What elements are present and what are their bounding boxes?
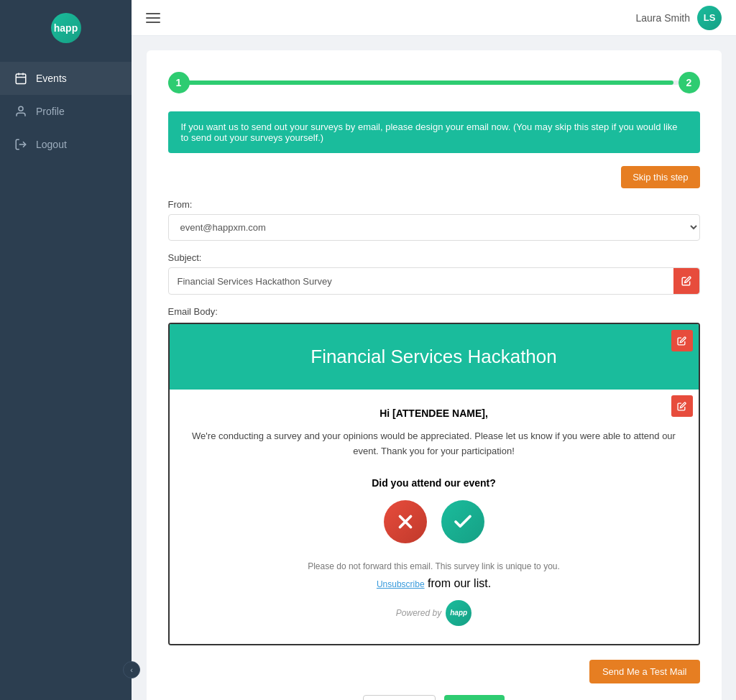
info-banner: If you want us to send out your surveys … (168, 111, 700, 153)
bottom-actions: Send Me a Test Mail (168, 660, 700, 683)
test-mail-button[interactable]: Send Me a Test Mail (589, 660, 700, 683)
subject-label: Subject: (168, 252, 700, 263)
unsubscribe-line: Unsubscribe from our list. (191, 577, 677, 590)
pencil-icon (681, 276, 691, 286)
email-header-edit-button[interactable] (671, 330, 693, 351)
sidebar-item-logout-label: Logout (36, 139, 67, 150)
sidebar-item-profile-label: Profile (36, 106, 65, 117)
user-icon (14, 105, 27, 118)
sidebar-item-events-label: Events (36, 73, 67, 84)
email-powered-by: Powered by happ (191, 600, 677, 626)
svg-rect-0 (16, 74, 26, 84)
sidebar-collapse-button[interactable]: ‹ (123, 661, 140, 678)
email-header-section: Financial Services Hackathon (170, 324, 699, 390)
main-content: Laura Smith LS 1 2 (132, 0, 736, 700)
powered-by-text: Powered by (396, 608, 441, 618)
sidebar-logo: happ (0, 0, 132, 56)
sidebar: happ Events Profile Logout ‹ (0, 0, 132, 700)
skip-row: Skip this step (168, 166, 700, 188)
x-icon (395, 511, 416, 533)
calendar-icon (14, 72, 27, 85)
step-1-circle: 1 (168, 72, 190, 93)
sidebar-item-profile[interactable]: Profile (0, 95, 132, 128)
step-2-circle: 2 (678, 72, 700, 93)
subject-input-container (168, 267, 700, 295)
topbar: Laura Smith LS (132, 0, 736, 36)
nav-buttons: Previous Save (168, 695, 700, 700)
sidebar-item-logout[interactable]: Logout (0, 128, 132, 161)
avatar: LS (697, 6, 722, 30)
from-label: From: (168, 199, 700, 210)
logout-icon (14, 138, 27, 151)
user-menu[interactable]: Laura Smith LS (636, 6, 722, 30)
email-body-text: We're conducting a survey and your opini… (191, 429, 677, 459)
email-footer-text: Please do not forward this email. This s… (191, 561, 677, 571)
from-select[interactable]: event@happxm.com (168, 214, 700, 241)
page-content: 1 2 If you want us to send out your surv… (132, 36, 736, 700)
attend-no-button[interactable] (384, 500, 427, 543)
menu-toggle[interactable] (146, 13, 160, 23)
pencil-icon-header (677, 336, 686, 346)
progress-fill (168, 80, 673, 85)
email-body-container: Financial Services Hackathon Hi [ATTENDE… (168, 323, 700, 645)
unsubscribe-link[interactable]: Unsubscribe (377, 579, 425, 589)
svg-point-4 (19, 106, 23, 111)
email-header-title: Financial Services Hackathon (184, 346, 684, 368)
unsubscribe-suffix: from our list. (425, 577, 491, 589)
email-body-label: Email Body: (168, 306, 700, 317)
previous-button[interactable]: Previous (363, 695, 435, 700)
sidebar-item-events[interactable]: Events (0, 62, 132, 95)
check-icon (452, 511, 474, 533)
attend-question: Did you attend our event? (191, 477, 677, 489)
subject-edit-button[interactable] (673, 268, 699, 294)
progress-track (168, 80, 700, 85)
sidebar-nav: Events Profile Logout (0, 62, 132, 161)
save-button[interactable]: Save (444, 695, 505, 700)
main-card: 1 2 If you want us to send out your surv… (147, 50, 722, 700)
skip-button[interactable]: Skip this step (621, 166, 699, 188)
email-body-edit-button[interactable] (671, 395, 693, 417)
attend-yes-button[interactable] (441, 500, 484, 543)
powered-logo: happ (446, 600, 472, 626)
user-name: Laura Smith (636, 12, 690, 24)
progress-bar: 1 2 (168, 72, 700, 93)
email-greeting: Hi [ATTENDEE NAME], (191, 407, 677, 419)
subject-input[interactable] (169, 270, 673, 293)
logo-icon: happ (51, 13, 81, 43)
email-body-section: Hi [ATTENDEE NAME], We're conducting a s… (170, 390, 699, 644)
pencil-icon-body (677, 402, 686, 411)
attend-buttons (191, 500, 677, 543)
